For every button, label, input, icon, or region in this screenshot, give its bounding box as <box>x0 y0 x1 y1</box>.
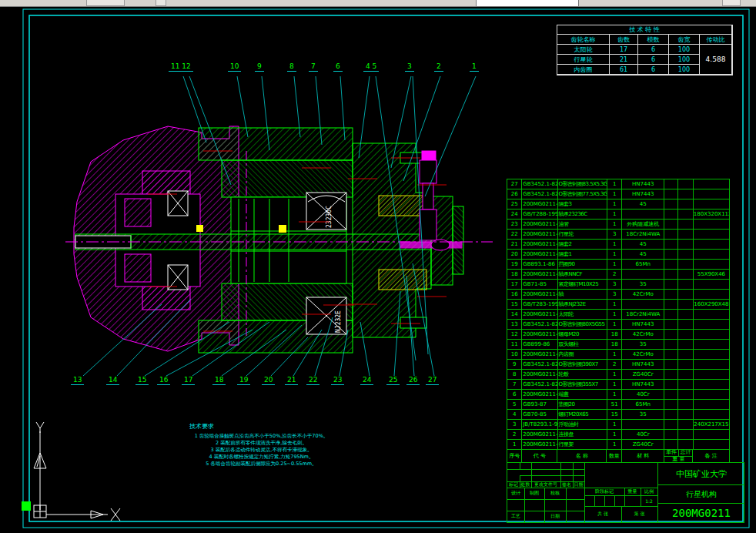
bom-row: 26 GB3452.1-82 O形密封圈77.5X5.3G55 1 HN7443 <box>507 189 730 199</box>
bom-cell-unit-weight <box>664 349 677 359</box>
label-check: 校核 <box>544 488 567 500</box>
bom-cell-code: 200MG0211-7 <box>521 309 557 319</box>
bom-cell-qty: 51 <box>607 399 621 409</box>
bom-cell-total-weight <box>677 329 693 339</box>
bom-cell-code: GB3452.1-82 <box>521 379 557 389</box>
bom-cell-name: 紧定螺钉M10X25 <box>557 279 607 289</box>
bom-row: 19 GB893.1-86 挡圈90 1 65Mn <box>507 259 730 269</box>
bom-cell-no: 2 <box>507 429 521 439</box>
bom-cell-code: 200MG0211-8 <box>521 289 557 299</box>
bom-cell-no: 5 <box>507 399 521 409</box>
bom-cell-remark <box>693 179 730 189</box>
bom-cell-name: 隔套2 <box>557 239 607 249</box>
bom-cell-no: 20 <box>507 249 521 259</box>
selection-grip[interactable] <box>22 501 31 511</box>
callout-6: 6 <box>333 63 343 72</box>
bom-cell-qty: 18 <box>607 339 621 349</box>
bom-cell-no: 7 <box>507 379 521 389</box>
bom-cell-total-weight <box>677 209 693 219</box>
bom-cell-name: 轴承NNCF <box>557 269 607 279</box>
bom-cell-total-weight <box>677 249 693 259</box>
tech-header-ratio: 传动比 <box>700 35 732 45</box>
callout-24: 24 <box>360 377 373 385</box>
bom-cell-remark: 160X290X48 <box>693 299 730 309</box>
bom-cell-no: 8 <box>507 369 521 379</box>
tech-cell: 6 <box>638 45 669 55</box>
title-block: 标记 处数 更改文件号 签名 日期 设计 制图 校核 工艺 日期 阶段标记 重量… <box>507 462 744 523</box>
bom-cell-total-weight <box>677 259 693 269</box>
bom-header-total: 总计 <box>678 450 693 456</box>
bom-cell-code: GB3452.1-82 <box>521 189 557 199</box>
bom-cell-name: 行星轮 <box>557 229 607 239</box>
bom-cell-qty: 2 <box>607 269 621 279</box>
bom-cell-total-weight <box>677 309 693 319</box>
bom-header-qty: 数量 <box>606 450 621 462</box>
notes-title: 技术要求 <box>189 422 344 431</box>
bom-cell-name: 内齿圈 <box>557 349 607 359</box>
bom-row: 8 200MG0211-4 轮毂 1 ZG40Cr <box>507 369 730 379</box>
bom-cell-material: 42CrMo <box>621 289 664 299</box>
bom-cell-total-weight <box>677 279 693 289</box>
tech-cell: 21 <box>610 55 638 65</box>
bom-cell-total-weight <box>677 389 693 399</box>
bom-row: 21 200MG0211-11 隔套2 1 45 <box>507 239 730 249</box>
bom-cell-total-weight <box>677 229 693 239</box>
bom-cell-code: GB893.1-86 <box>521 259 557 269</box>
bom-row: 13 GB3452.1-82 O形密封圈80X5G55 1 HN7443 <box>507 319 730 329</box>
bom-cell-remark <box>693 359 730 369</box>
callout-23: 23 <box>331 377 344 385</box>
bom-cell-material: 65Mn <box>621 259 664 269</box>
bom-cell-remark <box>693 199 730 209</box>
bom-cell-unit-weight <box>664 299 677 309</box>
bom-cell-material <box>621 299 664 309</box>
bom-cell-name: 轴承23236C <box>557 209 607 219</box>
bom-header-no: 序号 <box>507 450 521 462</box>
bom-cell-total-weight <box>677 289 693 299</box>
notes-list: 1 齿轮啮合接触斑点沿齿高不小于50%,沿齿长不小于70%。2 装配前所有零件须… <box>179 433 344 468</box>
bom-cell-unit-weight <box>664 249 677 259</box>
bom-row: 9 GB3452.1-82 O形密封圈390X7 2 HN7443 <box>507 359 730 369</box>
bom-cell-code: 200MG0211-2 <box>521 429 557 439</box>
label-process: 工艺 <box>507 511 525 523</box>
callout-16: 16 <box>157 377 170 385</box>
bom-cell-name: O形密封圈83.5X5.3G55 <box>557 179 607 189</box>
callout-15: 15 <box>135 377 149 385</box>
bom-cell-material: 40Cr <box>621 389 664 399</box>
bom-cell-code: 200MG0211-1 <box>521 439 557 449</box>
bom-cell-qty: 1 <box>607 199 621 209</box>
drawing-canvas[interactable]: 23236C NJ232E <box>0 0 756 533</box>
bom-cell-material: HN7443 <box>621 319 664 329</box>
bom-cell-remark <box>693 319 730 329</box>
bom-cell-name: 浮动油封 <box>557 419 607 429</box>
bom-row: 15 GB/T283-1994 轴承NJ232E 1 160X290X48 <box>507 299 730 309</box>
bom-header-remark: 备 注 <box>692 450 730 462</box>
bom-cell-unit-weight <box>664 289 677 299</box>
bom-cell-total-weight <box>677 199 693 209</box>
note-line: 1 齿轮啮合接触斑点沿齿高不小于50%,沿齿长不小于70%。 <box>179 433 344 440</box>
part-name: 行星机构 <box>658 485 744 504</box>
bom-cell-code: JB/T8293.1-99 <box>521 419 557 429</box>
tech-cell: 100 <box>669 45 700 55</box>
bearing-designation-right: 23236C <box>326 206 333 228</box>
bom-cell-remark <box>693 389 730 399</box>
bom-cell-name: 轮毂 <box>557 369 607 379</box>
tech-spec-table: 技 术 特 性 齿轮名称 齿数 模数 齿宽 传动比 太阳轮 17 6 100 4… <box>557 25 733 75</box>
bom-cell-remark: 240X217X15 <box>693 419 730 429</box>
bom-cell-name: 太阳轮 <box>557 309 607 319</box>
bom-row: 24 GB/T288-1994 轴承23236C 1 180X320X112 <box>507 209 730 219</box>
bom-cell-unit-weight <box>664 339 677 349</box>
bom-cell-code: 200MG0211-5 <box>521 349 557 359</box>
bom-cell-material: 外购随减速机 <box>621 219 664 229</box>
note-line: 3 装配后各运动件转动灵活,不得有卡滞现象。 <box>179 447 344 454</box>
bom-cell-name: 隔套3 <box>557 199 607 209</box>
bom-cell-qty: 1 <box>607 319 621 329</box>
bom-cell-code: 200MG0211-10 <box>521 249 557 259</box>
bom-cell-material: 45 <box>621 249 664 259</box>
bom-cell-total-weight <box>677 379 693 389</box>
bom-cell-remark <box>693 409 730 419</box>
bom-cell-code: GB/T283-1994 <box>521 299 557 309</box>
bom-cell-no: 25 <box>507 199 521 209</box>
bom-cell-total-weight <box>677 189 693 199</box>
bom-cell-name: 隔套1 <box>557 249 607 259</box>
bom-cell-code: 200MG0211-9 <box>521 269 557 279</box>
